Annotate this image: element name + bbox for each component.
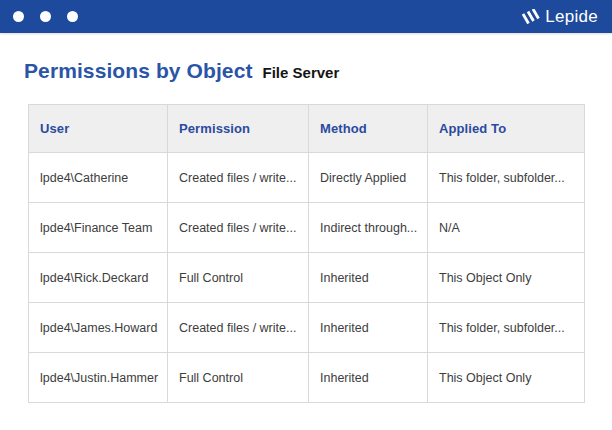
brand-logo: Lepide — [522, 7, 598, 27]
page-subtitle: File Server — [263, 64, 340, 81]
cell-applied-to: This Object Only — [428, 253, 585, 303]
title-bar: Permissions by Object File Server — [24, 59, 612, 83]
topbar: Lepide — [0, 0, 612, 33]
table-row: lpde4\James.HowardCreated files / write.… — [29, 303, 585, 353]
table-header-row: User Permission Method Applied To — [29, 105, 585, 153]
table-body: lpde4\CatherineCreated files / write...D… — [29, 153, 585, 403]
cell-method: Inherited — [309, 253, 428, 303]
cell-permission: Full Control — [168, 353, 309, 403]
cell-permission: Created files / write... — [168, 303, 309, 353]
cell-applied-to: This folder, subfolder... — [428, 153, 585, 203]
cell-user: lpde4\James.Howard — [29, 303, 168, 353]
window-dot-1[interactable] — [13, 11, 24, 22]
cell-permission: Created files / write... — [168, 153, 309, 203]
table-row: lpde4\Justin.HammerFull ControlInherited… — [29, 353, 585, 403]
column-header-user[interactable]: User — [29, 105, 168, 153]
table-header: User Permission Method Applied To — [29, 105, 585, 153]
cell-applied-to: This Object Only — [428, 353, 585, 403]
column-header-method[interactable]: Method — [309, 105, 428, 153]
lepide-icon — [522, 9, 540, 24]
permissions-table: User Permission Method Applied To lpde4\… — [28, 104, 585, 403]
cell-permission: Created files / write... — [168, 203, 309, 253]
window-dot-2[interactable] — [40, 11, 51, 22]
table-row: lpde4\CatherineCreated files / write...D… — [29, 153, 585, 203]
main-content: Permissions by Object File Server User P… — [0, 59, 612, 403]
brand-name: Lepide — [545, 7, 598, 27]
window-dot-3[interactable] — [67, 11, 78, 22]
cell-method: Inherited — [309, 353, 428, 403]
column-header-applied-to[interactable]: Applied To — [428, 105, 585, 153]
column-header-permission[interactable]: Permission — [168, 105, 309, 153]
cell-method: Indirect through... — [309, 203, 428, 253]
table-row: lpde4\Finance TeamCreated files / write.… — [29, 203, 585, 253]
cell-method: Inherited — [309, 303, 428, 353]
page-title: Permissions by Object — [24, 59, 253, 83]
cell-user: lpde4\Justin.Hammer — [29, 353, 168, 403]
cell-user: lpde4\Catherine — [29, 153, 168, 203]
window-controls — [13, 11, 78, 22]
cell-applied-to: N/A — [428, 203, 585, 253]
cell-applied-to: This folder, subfolder... — [428, 303, 585, 353]
cell-method: Directly Applied — [309, 153, 428, 203]
cell-permission: Full Control — [168, 253, 309, 303]
permissions-table-container: User Permission Method Applied To lpde4\… — [28, 104, 584, 403]
cell-user: lpde4\Rick.Deckard — [29, 253, 168, 303]
cell-user: lpde4\Finance Team — [29, 203, 168, 253]
table-row: lpde4\Rick.DeckardFull ControlInheritedT… — [29, 253, 585, 303]
